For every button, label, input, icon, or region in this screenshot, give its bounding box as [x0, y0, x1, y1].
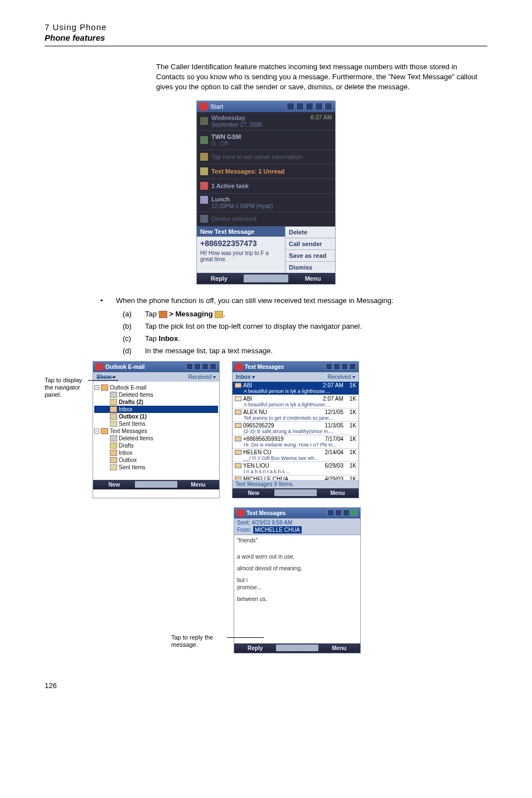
- tree-deleted[interactable]: Deleted Items: [119, 392, 153, 398]
- tree-outlook[interactable]: Outlook E-mail: [110, 384, 147, 391]
- unread-link[interactable]: Text Messages: 1 Unread: [211, 168, 284, 175]
- clock-icon: [200, 117, 208, 125]
- step-c-label: (c): [123, 334, 145, 344]
- envelope-icon: [235, 463, 241, 468]
- reply-softkey[interactable]: Reply: [197, 273, 241, 284]
- message-item[interactable]: HELEN CU2/14/041K__/ /!! !/ Gift Box Wan…: [233, 449, 359, 462]
- start-icon: [159, 311, 167, 318]
- menu-softkey[interactable]: Menu: [291, 273, 335, 284]
- owner-info-link[interactable]: Tap here to set owner information: [211, 153, 302, 160]
- deleted-icon: [110, 392, 117, 398]
- owner-icon: [200, 153, 208, 161]
- sip-icon[interactable]: [276, 645, 318, 651]
- delete-button[interactable]: Delete: [286, 227, 335, 238]
- close-icon: [349, 363, 356, 370]
- menu-softkey[interactable]: Menu: [318, 643, 360, 653]
- tree-sent2[interactable]: Sent Items: [119, 464, 146, 470]
- carrier-label: TWN GSM: [211, 133, 241, 140]
- volume-icon: [341, 363, 348, 370]
- call-sender-button[interactable]: Call sender: [286, 238, 335, 250]
- inbox-icon: [110, 450, 117, 456]
- reply-softkey[interactable]: Reply: [234, 643, 276, 653]
- tree-deleted2[interactable]: Deleted Items: [119, 435, 153, 441]
- lock-icon: [200, 215, 208, 223]
- body-paragraph: The Caller Identification feature matche…: [156, 62, 487, 93]
- msg-from: HELEN CU: [243, 449, 323, 455]
- message-item[interactable]: ALEX NU12/1/051KTell jeanny to get d cre…: [233, 408, 359, 422]
- msg-from: 0965295229: [243, 422, 323, 429]
- sip-icon[interactable]: [244, 275, 288, 282]
- status-bar: Text Messages 9 Items.: [233, 480, 359, 488]
- menu-softkey[interactable]: Menu: [317, 488, 359, 498]
- sip-icon[interactable]: [135, 481, 177, 488]
- tree-drafts2[interactable]: Drafts: [119, 443, 134, 449]
- date-label: September 27, 2006: [211, 122, 262, 128]
- time-label: 6:27 AM: [311, 114, 332, 121]
- drafts-icon: [110, 443, 117, 449]
- msg-size: 1K: [350, 463, 356, 469]
- from-link[interactable]: MICHELLE CHUA: [253, 526, 302, 533]
- msg-from: MICHELLE CHUA: [243, 476, 323, 480]
- day-label: Wednesday: [211, 114, 245, 121]
- navigator-caption: Tap to display the navigator panel.: [45, 377, 88, 399]
- msg-date: 7/17/04: [325, 436, 343, 442]
- menu-softkey[interactable]: Menu: [177, 480, 219, 489]
- folder-tree: −Outlook E-mail Deleted Items Drafts (2)…: [93, 382, 219, 480]
- signal-icon: [186, 363, 193, 370]
- new-softkey[interactable]: New: [233, 488, 274, 498]
- msg-date: 11/3/05: [325, 422, 343, 429]
- tree-sent[interactable]: Sent Items: [119, 421, 146, 427]
- envelope-icon: [235, 477, 241, 480]
- sip-icon[interactable]: [274, 489, 316, 496]
- save-as-read-button[interactable]: Save as read: [286, 250, 335, 262]
- new-softkey[interactable]: New: [93, 480, 135, 489]
- msg-size: 1K: [350, 476, 356, 480]
- messaging-icon: [215, 311, 223, 318]
- tree-inbox2[interactable]: Inbox: [119, 450, 132, 456]
- appt-title[interactable]: Lunch: [211, 196, 230, 203]
- sent-line: Sent: 4/29/03 9:58 AM: [234, 518, 360, 527]
- deleted-icon: [110, 435, 117, 441]
- tree-outbox2[interactable]: Outbox: [119, 457, 137, 463]
- msg-date: 12/1/05: [325, 409, 343, 415]
- step-b-label: (b): [123, 321, 145, 331]
- tree-drafts[interactable]: Drafts (2): [119, 399, 143, 405]
- show-picklist[interactable]: Show ▾: [96, 374, 115, 380]
- message-item[interactable]: ABI2:07 AM1KA beautiful person is lyk a …: [233, 395, 359, 408]
- msg-from: YEN LIOU: [243, 463, 323, 469]
- inbox-picklist[interactable]: Inbox ▾: [236, 374, 255, 380]
- received-sort[interactable]: Received ▾: [188, 374, 216, 380]
- msg-size: 1K: [350, 449, 356, 455]
- msg-from: ABI: [243, 396, 321, 402]
- text-title: Text Messages: [245, 364, 284, 370]
- volume-icon: [315, 103, 323, 110]
- msg-from: +886956359919: [243, 436, 323, 442]
- tree-outbox[interactable]: Outbox (1): [119, 414, 147, 420]
- task-link[interactable]: 1 Active task: [211, 182, 249, 189]
- header-rule: [45, 46, 487, 46]
- start-label[interactable]: Start: [210, 103, 223, 110]
- collapse-icon[interactable]: −: [94, 429, 99, 434]
- status-icon: [287, 103, 294, 110]
- battery-icon: [325, 103, 332, 110]
- step-d-label: (d): [123, 346, 145, 356]
- collapse-icon[interactable]: −: [94, 385, 99, 390]
- windows-flag-icon: [237, 509, 244, 517]
- message-item[interactable]: MICHELLE CHUA4/29/031K"friends" a word w…: [233, 475, 359, 480]
- network-icon: [200, 136, 208, 144]
- message-item[interactable]: +8869563599197/17/041KHi. Dis is melanie…: [233, 435, 359, 449]
- message-item[interactable]: 096529522911/3/051K(2-3)! B safe,strong …: [233, 422, 359, 435]
- step-b-body: Tap the pick list on the top-left corner…: [145, 321, 487, 331]
- tree-text[interactable]: Text Messages: [110, 428, 147, 434]
- envelope-icon: [235, 450, 241, 455]
- ok-icon[interactable]: [351, 509, 357, 516]
- received-sort[interactable]: Received ▾: [328, 374, 355, 380]
- windows-flag-icon: [200, 103, 207, 110]
- message-item[interactable]: ABI2:07 AM1KA beautiful person is lyk a …: [233, 382, 359, 395]
- msg-preview: A beautiful person is lyk a lighthouse..…: [235, 402, 356, 407]
- message-item[interactable]: YEN LIOU6/29/031Kt n a h s n t a k h s .…: [233, 462, 359, 475]
- text-account-icon: [101, 428, 108, 434]
- step-d-body: In the message list, tap a text message.: [145, 346, 487, 356]
- tree-inbox[interactable]: Inbox: [119, 406, 132, 412]
- dismiss-button[interactable]: Dismiss: [286, 262, 335, 273]
